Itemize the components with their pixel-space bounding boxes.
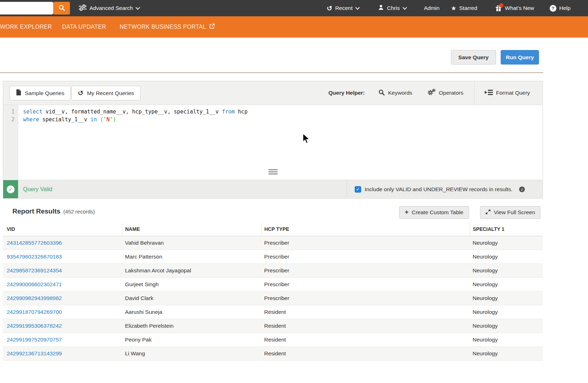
- plus-icon: +: [405, 209, 409, 215]
- help-button[interactable]: ? Help: [550, 0, 571, 16]
- results-title-label: Report Results: [12, 207, 60, 215]
- sample-queries-button[interactable]: Sample Queries: [10, 86, 71, 100]
- history-icon: ↺: [327, 5, 332, 12]
- keywords-button[interactable]: Keywords: [378, 81, 412, 105]
- vid-link[interactable]: 242991995306378242: [7, 323, 62, 329]
- cell-hcp-type: Prescriber: [261, 277, 470, 291]
- cell-hcp-type: Prescriber: [261, 236, 470, 250]
- nav-item-work-explorer[interactable]: WORK EXPLORER: [0, 16, 52, 38]
- info-icon[interactable]: i: [519, 187, 525, 192]
- query-helper-label: Query Helper:: [328, 81, 365, 105]
- create-custom-table-button[interactable]: + Create Custom Table: [399, 206, 469, 219]
- starred-label: Starred: [459, 5, 477, 11]
- line-number-gutter: 1 2: [3, 105, 18, 180]
- vid-link[interactable]: 242991997520970757: [7, 337, 62, 343]
- main-navigation-bar: WORK EXPLORER DATA UPDATER NETWORK BUSIN…: [0, 16, 588, 38]
- starred-button[interactable]: ★ Starred: [451, 0, 477, 16]
- chevron-down-icon: [136, 5, 140, 11]
- cell-name: David Clark: [122, 291, 261, 305]
- cell-specialty-1: Neurology: [470, 346, 543, 360]
- toolbar-divider: [474, 81, 475, 105]
- vid-link[interactable]: 935479602326670183: [7, 254, 62, 260]
- cell-name: Marc Patterson: [122, 250, 261, 263]
- table-row: 242990006602302471Gurjeet SinghPrescribe…: [3, 277, 543, 291]
- advanced-search-button[interactable]: Advanced Search: [79, 0, 140, 16]
- search-input[interactable]: [0, 2, 53, 15]
- cell-name: Lakshman Arcot Jayagopal: [122, 263, 261, 277]
- include-valid-checkbox[interactable]: ✓: [355, 186, 361, 193]
- whats-new-button[interactable]: What's New: [495, 0, 534, 16]
- results-title: Report Results(452 records): [12, 207, 95, 215]
- resize-grip[interactable]: [268, 169, 278, 174]
- run-query-label: Run Query: [506, 54, 534, 61]
- recent-menu[interactable]: ↺ Recent: [327, 0, 360, 16]
- cell-name: Aarushi Suneja: [122, 305, 261, 319]
- run-query-button[interactable]: Run Query: [501, 50, 539, 65]
- results-table: VID NAME HCP TYPE SPECIALTY 1 2431428557…: [3, 223, 543, 361]
- vid-link[interactable]: 242991870794269700: [7, 309, 62, 315]
- cell-hcp-type: Resident: [261, 305, 470, 319]
- vid-link[interactable]: 242990006602302471: [7, 281, 62, 287]
- cell-name: Gurjeet Singh: [122, 277, 261, 291]
- notification-badge: [499, 3, 503, 7]
- include-valid-label: Include only VALID and UNDER_REVIEW reco…: [365, 186, 513, 193]
- my-recent-queries-button[interactable]: ↺ My Recent Queries: [71, 86, 141, 100]
- cell-specialty-1: Neurology: [470, 263, 543, 277]
- code-line-1: select vid__v, formatted_name__v, hcp_ty…: [23, 108, 543, 116]
- help-label: Help: [559, 5, 571, 11]
- operators-button[interactable]: Operators: [427, 81, 463, 105]
- search-icon: [378, 89, 385, 97]
- format-query-button[interactable]: Format Query: [485, 81, 530, 105]
- admin-link[interactable]: Admin: [424, 0, 440, 16]
- save-query-button[interactable]: Save Query: [451, 50, 496, 65]
- user-icon: [378, 4, 384, 12]
- vid-link[interactable]: 242990982943998982: [7, 295, 62, 301]
- section-divider: [0, 72, 543, 73]
- cell-hcp-type: Resident: [261, 319, 470, 333]
- valid-status-block: ✓: [3, 180, 18, 198]
- help-icon: ?: [550, 5, 556, 12]
- admin-label: Admin: [424, 5, 440, 11]
- save-query-label: Save Query: [458, 54, 489, 61]
- top-navigation-bar: Advanced Search ↺ Recent Chris Admin: [0, 0, 588, 16]
- nav-item-network-business-portal[interactable]: NETWORK BUSINESS PORTAL: [120, 16, 215, 38]
- nav-label: WORK EXPLORER: [0, 24, 52, 30]
- nav-item-data-updater[interactable]: DATA UPDATER: [62, 16, 106, 38]
- line-number: 2: [3, 116, 18, 124]
- chevron-down-icon: [403, 5, 407, 11]
- vid-link[interactable]: 243142855772603396: [7, 240, 62, 246]
- vid-link[interactable]: 242992136713143299: [7, 350, 62, 356]
- cell-name: Elizabeth Perelstein: [122, 319, 261, 333]
- query-panel: Sample Queries ↺ My Recent Queries Query…: [3, 81, 543, 199]
- column-header-vid: VID: [3, 223, 122, 236]
- cell-specialty-1: Neurology: [470, 291, 543, 305]
- search-button[interactable]: [53, 2, 70, 15]
- cell-hcp-type: Prescriber: [261, 263, 470, 277]
- document-icon: [16, 89, 21, 97]
- view-full-screen-label: View Full Screen: [494, 209, 535, 216]
- table-row: 242985872369124354Lakshman Arcot Jayagop…: [3, 263, 543, 277]
- advanced-search-label: Advanced Search: [89, 5, 133, 11]
- view-full-screen-button[interactable]: View Full Screen: [480, 206, 540, 219]
- sql-code[interactable]: select vid__v, formatted_name__v, hcp_ty…: [18, 105, 543, 180]
- create-custom-table-label: Create Custom Table: [412, 209, 463, 216]
- sql-editor[interactable]: 1 2 select vid__v, formatted_name__v, hc…: [3, 105, 543, 180]
- format-icon: [485, 89, 493, 97]
- app-window: Advanced Search ↺ Recent Chris Admin: [0, 0, 588, 383]
- table-row: 242990982943998982David ClarkPrescriberN…: [3, 291, 543, 305]
- whats-new-label: What's New: [505, 5, 534, 11]
- cell-specialty-1: Neurology: [470, 333, 543, 346]
- results-table-body: 243142855772603396Vahid BehravanPrescrib…: [3, 236, 543, 360]
- line-number: 1: [3, 108, 18, 116]
- table-header-row: VID NAME HCP TYPE SPECIALTY 1: [3, 223, 543, 236]
- record-filter: ✓ Include only VALID and UNDER_REVIEW re…: [355, 180, 525, 198]
- vid-link[interactable]: 242985872369124354: [7, 267, 62, 273]
- status-divider: [347, 180, 347, 198]
- cell-hcp-type: Resident: [261, 346, 470, 360]
- cell-specialty-1: Neurology: [470, 236, 543, 250]
- user-menu[interactable]: Chris: [378, 0, 407, 16]
- sliders-icon: [79, 5, 87, 12]
- cell-specialty-1: Neurology: [470, 250, 543, 263]
- cell-name: Li Wang: [122, 346, 261, 360]
- cell-specialty-1: Neurology: [470, 305, 543, 319]
